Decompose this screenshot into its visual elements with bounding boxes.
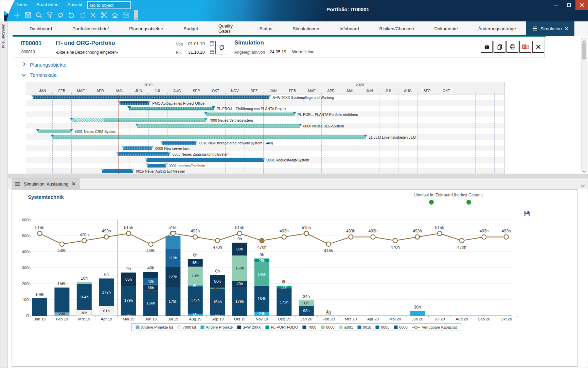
capacity-value-label: 515h: [168, 225, 178, 230]
refresh-simulation-button[interactable]: [215, 41, 228, 54]
tab-portfoliosteckbrief[interactable]: Portfoliosteckbrief: [62, 21, 119, 36]
capacity-value-label: 515h: [435, 225, 444, 230]
close-icon[interactable]: [89, 11, 97, 19]
segment-label: 25h: [259, 259, 265, 263]
calendar-icon[interactable]: [210, 49, 214, 54]
tab-budget[interactable]: Budget: [173, 21, 208, 36]
menu-item-ansicht[interactable]: Ansicht: [67, 1, 83, 8]
segment-label: 48h: [192, 261, 198, 265]
home-icon[interactable]: [110, 11, 119, 19]
tab-planungsobjekte[interactable]: Planungsobjekte: [119, 21, 173, 36]
von-value[interactable]: 01.01.19: [188, 41, 205, 46]
user-menu-strip[interactable]: Benutzermenü: [0, 21, 8, 368]
tab-simulation[interactable]: Simulation: [526, 21, 574, 36]
legend-label: 0005: [381, 325, 389, 329]
panel-divider[interactable]: [8, 174, 588, 178]
segment-label: 164h: [80, 295, 89, 299]
filter-icon[interactable]: [45, 11, 54, 19]
gantt-bar[interactable]: [206, 112, 294, 116]
x-tick-label: Okt 20: [500, 317, 512, 321]
segment-label: 145h: [257, 272, 266, 276]
section-planungsobjekte[interactable]: Planungsobjekte: [23, 62, 66, 68]
tab-infoboard[interactable]: Infoboard: [329, 21, 369, 36]
gantt-bar[interactable]: [33, 95, 269, 99]
capacity-marker: [237, 231, 242, 235]
copy-button[interactable]: [494, 41, 505, 53]
tab-risiken-chancen[interactable]: Risiken/Chancen: [369, 21, 424, 36]
print-button[interactable]: [506, 41, 518, 53]
scroll-down-icon[interactable]: [583, 168, 587, 171]
gantt-bar[interactable]: [120, 101, 149, 105]
x-tick-label: Mai 20: [389, 317, 401, 321]
gantt-month-label: OKT: [443, 89, 450, 93]
search-icon[interactable]: [34, 11, 43, 19]
gantt-bar[interactable]: [162, 141, 196, 145]
gantt-bar[interactable]: [71, 118, 206, 122]
goto-object-input[interactable]: [87, 1, 131, 9]
minimize-button[interactable]: [550, 0, 563, 10]
redo-icon[interactable]: [78, 11, 87, 19]
save-icon[interactable]: [23, 11, 32, 19]
segment-label: 179h: [169, 299, 178, 303]
gantt-month-label: SEP: [193, 89, 200, 93]
calendar-icon[interactable]: [210, 41, 214, 46]
tab-aenderungsantraege[interactable]: Änderungsanträge: [468, 21, 526, 36]
powerpoint-button[interactable]: P: [519, 41, 531, 53]
bis-value[interactable]: 31.10.20: [188, 50, 205, 55]
gantt-bar[interactable]: [102, 169, 133, 173]
scrollbar-thumb[interactable]: [582, 42, 586, 59]
tab-simulation-auslastung[interactable]: Simulation: Auslastung: [12, 178, 80, 189]
gantt-bar-label: 0001 Request-Mgt-System: [267, 158, 309, 162]
capacity-value-label: 470h: [391, 245, 400, 250]
binoculars-button[interactable]: [481, 41, 493, 53]
portfolio-subtitle[interactable]: -Bitte eine Bezeichnung eingeben-: [56, 50, 118, 55]
gantt-month-gridline: [360, 92, 360, 174]
segment-label: 127h: [169, 275, 178, 279]
menu-item-bearbeiten[interactable]: Bearbeiten: [36, 1, 59, 8]
gantt-bar[interactable]: [137, 124, 300, 128]
close-button[interactable]: [532, 41, 544, 53]
save-icon[interactable]: [524, 211, 530, 216]
lower-panel-chevron-icon[interactable]: [581, 182, 585, 189]
gantt-month-label: AUG: [404, 89, 412, 93]
gantt-bar[interactable]: [118, 152, 170, 156]
gantt-marker-line: [456, 94, 456, 174]
refresh-icon[interactable]: [56, 11, 65, 19]
tab-dokumente[interactable]: Dokumente: [424, 21, 468, 36]
segment-label: 172h: [102, 290, 111, 294]
gantt-bar-triangle-icon: [195, 141, 198, 143]
maximize-button[interactable]: [563, 0, 575, 10]
plus-icon[interactable]: [13, 11, 21, 19]
calendar-icon[interactable]: [121, 11, 130, 19]
tabbar-overflow-chevron-icon[interactable]: [581, 6, 585, 12]
tools-icon[interactable]: [100, 11, 108, 19]
segment-label: 6h: [126, 313, 131, 317]
bar-top-label: 0h: [193, 253, 197, 258]
gantt-bar[interactable]: [38, 129, 71, 133]
menu-item-daten[interactable]: Daten: [15, 1, 28, 8]
undo-icon[interactable]: [67, 11, 76, 19]
gantt-bar-triangle-icon: [299, 124, 302, 126]
gantt-bar[interactable]: [147, 164, 166, 168]
legend-item-8000: 8000: [321, 325, 334, 329]
gantt-bar[interactable]: [146, 158, 264, 162]
gantt-bar[interactable]: [52, 135, 366, 139]
gantt-row-stripe: [26, 163, 504, 169]
gantt-bar[interactable]: [123, 146, 152, 150]
tab-quality-gates[interactable]: Quality Gates: [208, 21, 249, 36]
x-tick-label: Sep 20: [478, 317, 490, 321]
tab-simulationen[interactable]: Simulationen: [282, 21, 329, 36]
scroll-up-icon[interactable]: [583, 38, 587, 41]
section-terminskala[interactable]: Terminskala: [21, 72, 56, 78]
gantt-bar[interactable]: [129, 107, 214, 110]
bar-top-label: 6h: [282, 280, 286, 284]
vertical-scrollbar[interactable]: [581, 37, 587, 172]
capacity-value-label: 515h: [235, 225, 244, 230]
gantt-bar-label: E001 Neues CRM-System: [74, 130, 116, 134]
tab-dashboard[interactable]: Dashboard: [19, 21, 62, 36]
x-tick-label: Nov 19: [256, 317, 268, 321]
app-window: DatenBearbeitenAnsichtExtras? Portfolio:…: [0, 0, 588, 368]
tab-status[interactable]: Status: [249, 21, 282, 36]
toolbar-mini-scrollbar[interactable]: [134, 10, 138, 20]
color-swatch: [265, 326, 269, 329]
